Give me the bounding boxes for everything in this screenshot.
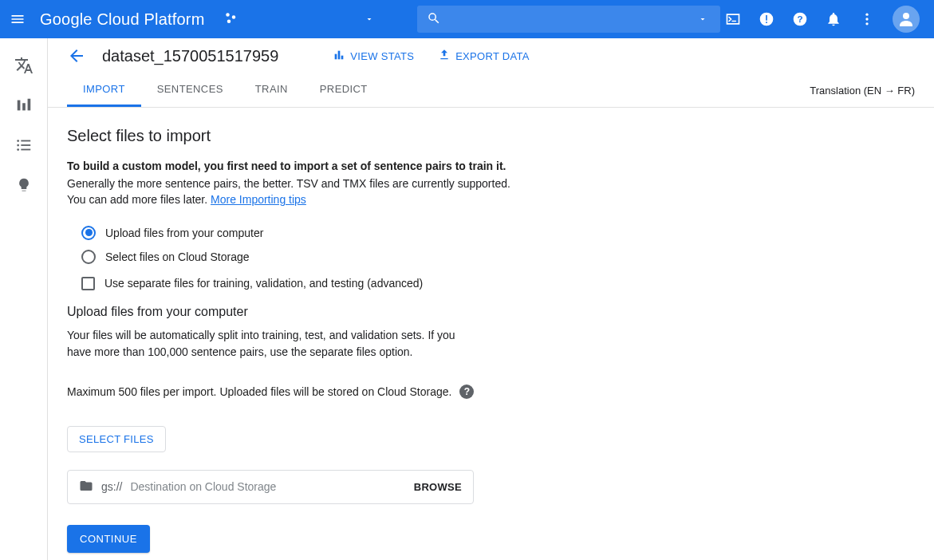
radio-upload-label: Upload files from your computer xyxy=(105,227,263,239)
dataset-title: dataset_1570051517959 xyxy=(102,47,278,65)
upload-description: Your files will be automatically split i… xyxy=(67,327,482,361)
list-icon[interactable] xyxy=(14,136,33,155)
radio-cloud-storage[interactable]: Select files on Cloud Storage xyxy=(81,250,915,264)
svg-point-15 xyxy=(17,140,19,142)
brand-label: Google Cloud Platform xyxy=(40,10,205,29)
intro-line-2: You can add more files later. More Impor… xyxy=(67,191,915,207)
svg-point-9 xyxy=(865,18,868,20)
view-stats-button[interactable]: VIEW STATS xyxy=(333,49,414,64)
menu-icon[interactable] xyxy=(10,11,26,27)
more-vert-icon[interactable] xyxy=(859,11,875,27)
notifications-icon[interactable] xyxy=(826,11,841,27)
radio-cloud-label: Select files on Cloud Storage xyxy=(105,250,250,263)
svg-point-2 xyxy=(227,19,231,23)
svg-rect-23 xyxy=(341,55,344,59)
svg-rect-5 xyxy=(766,22,767,23)
svg-point-11 xyxy=(903,13,909,19)
svg-rect-14 xyxy=(27,99,30,111)
intro-line-2-prefix: You can add more files later. xyxy=(67,193,211,206)
page-header: dataset_1570051517959 VIEW STATS EXPORT … xyxy=(48,38,934,73)
intro-line-1: Generally the more sentence pairs, the b… xyxy=(67,175,915,191)
intro-bold-text: To build a custom model, you first need … xyxy=(67,160,915,172)
help-tooltip-icon[interactable]: ? xyxy=(459,385,474,399)
upload-icon xyxy=(438,49,451,64)
gcs-destination-field[interactable]: gs:// BROWSE xyxy=(67,470,474,504)
caret-down-icon xyxy=(365,14,374,24)
svg-point-1 xyxy=(231,15,235,19)
svg-point-17 xyxy=(17,148,19,151)
continue-button[interactable]: CONTINUE xyxy=(67,525,150,553)
source-radio-group: Upload files from your computer Select f… xyxy=(81,226,915,264)
max-files-note: Maximum 500 files per import. Uploaded f… xyxy=(67,385,451,398)
translate-icon[interactable] xyxy=(14,56,33,75)
svg-rect-20 xyxy=(21,149,30,151)
account-avatar[interactable] xyxy=(893,6,920,33)
tabs-row: IMPORT SENTENCES TRAIN PREDICT Translati… xyxy=(48,73,934,108)
select-files-button[interactable]: SELECT FILES xyxy=(67,426,166,452)
radio-icon xyxy=(81,250,96,264)
project-selector[interactable] xyxy=(218,8,380,31)
bar-chart-icon xyxy=(333,49,345,64)
svg-rect-18 xyxy=(21,140,30,142)
import-panel: Select files to import To build a custom… xyxy=(48,108,934,560)
svg-rect-21 xyxy=(335,53,337,59)
svg-rect-12 xyxy=(17,101,20,111)
top-app-bar: Google Cloud Platform ? xyxy=(0,0,934,38)
radio-upload-computer[interactable]: Upload files from your computer xyxy=(81,226,915,240)
max-files-note-row: Maximum 500 files per import. Uploaded f… xyxy=(67,385,915,399)
section-title: Select files to import xyxy=(67,127,915,145)
browse-button[interactable]: BROWSE xyxy=(414,481,462,493)
view-stats-label: VIEW STATS xyxy=(350,50,414,62)
checkbox-icon xyxy=(81,277,95,290)
cloud-shell-icon[interactable] xyxy=(725,11,741,27)
svg-point-0 xyxy=(226,13,230,17)
svg-rect-13 xyxy=(22,103,26,110)
gcs-destination-input[interactable] xyxy=(130,480,405,493)
search-input[interactable] xyxy=(417,6,720,33)
left-nav-rail xyxy=(0,38,48,560)
separate-files-checkbox[interactable]: Use separate files for training, validat… xyxy=(81,277,915,290)
datasets-icon[interactable] xyxy=(14,96,33,115)
svg-point-16 xyxy=(17,144,19,147)
tab-predict[interactable]: PREDICT xyxy=(304,73,384,107)
project-dots-icon xyxy=(224,11,238,28)
export-data-button[interactable]: EXPORT DATA xyxy=(438,49,530,64)
search-icon xyxy=(427,11,441,28)
tab-sentences[interactable]: SENTENCES xyxy=(141,73,239,107)
help-icon[interactable]: ? xyxy=(792,11,808,27)
alert-icon[interactable] xyxy=(759,11,774,27)
svg-rect-19 xyxy=(21,144,30,146)
back-arrow-icon[interactable] xyxy=(67,46,86,65)
search-caret-down-icon[interactable] xyxy=(695,11,711,27)
radio-icon xyxy=(81,226,96,240)
separate-files-label: Use separate files for training, validat… xyxy=(104,277,423,290)
more-importing-tips-link[interactable]: More Importing tips xyxy=(211,193,306,206)
svg-rect-22 xyxy=(338,50,341,59)
export-data-label: EXPORT DATA xyxy=(455,50,530,62)
main-content: dataset_1570051517959 VIEW STATS EXPORT … xyxy=(48,38,934,560)
svg-rect-4 xyxy=(766,15,767,21)
tab-train[interactable]: TRAIN xyxy=(239,73,304,107)
svg-point-8 xyxy=(865,14,868,16)
folder-icon xyxy=(79,479,93,495)
tab-import[interactable]: IMPORT xyxy=(67,73,141,107)
lightbulb-icon[interactable] xyxy=(14,175,33,195)
gs-prefix-label: gs:// xyxy=(101,480,122,493)
upload-subtitle: Upload files from your computer xyxy=(67,305,915,319)
language-pair-label: Translation (EN → FR) xyxy=(810,85,915,97)
svg-point-10 xyxy=(865,22,868,25)
svg-text:?: ? xyxy=(797,14,802,24)
